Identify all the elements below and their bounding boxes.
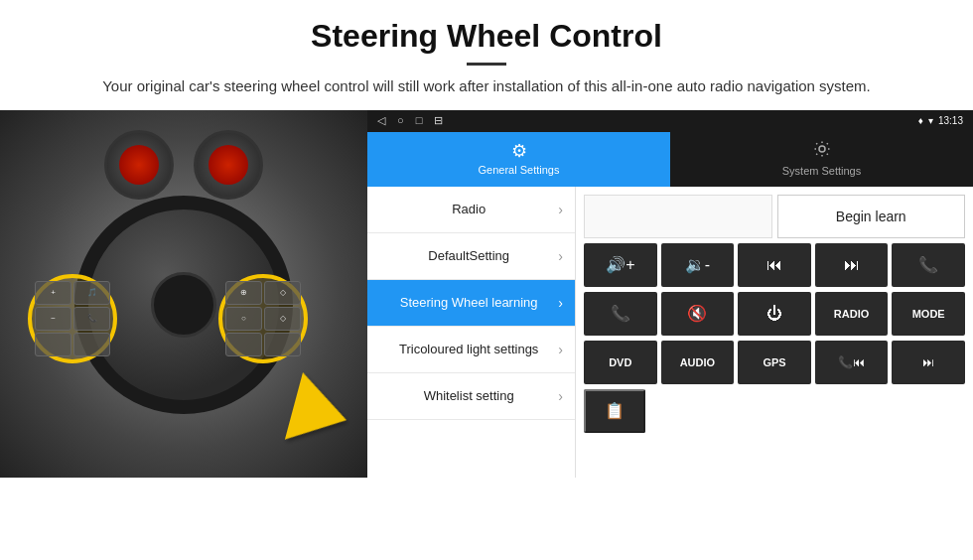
content-area: Radio › DefaultSetting › Steering Wheel … bbox=[367, 187, 973, 478]
radio-label: RADIO bbox=[834, 308, 869, 320]
phone-icon: 📞 bbox=[918, 255, 938, 274]
arrow-indicator bbox=[293, 378, 348, 448]
system-settings-icon bbox=[813, 140, 831, 163]
chevron-icon: › bbox=[558, 342, 563, 357]
power-button[interactable]: ⏻ bbox=[738, 292, 811, 336]
volume-down-icon: 🔉- bbox=[685, 255, 710, 274]
skip-next-icon: ⏭ bbox=[922, 355, 934, 369]
nav-back-icon[interactable]: ◁ bbox=[377, 114, 385, 127]
button-cluster-left: + 🎵 − 📞 bbox=[35, 281, 110, 356]
nav-square-icon[interactable]: □ bbox=[416, 114, 423, 127]
tab-general-label: General Settings bbox=[479, 164, 560, 176]
button-cluster-right: ⊕ ◇ ○ ◇ bbox=[225, 281, 301, 356]
location-icon: ♦ bbox=[918, 115, 923, 126]
mode-label: MODE bbox=[912, 308, 945, 320]
chevron-icon: › bbox=[558, 295, 563, 311]
phone-prev-icon: 📞⏮ bbox=[838, 355, 865, 369]
begin-learn-button[interactable]: Begin learn bbox=[777, 195, 966, 238]
menu-radio-label: Radio bbox=[379, 202, 558, 216]
nav-menu-icon[interactable]: ⊟ bbox=[434, 114, 443, 127]
page-description: Your original car's steering wheel contr… bbox=[60, 75, 913, 98]
main-content: + 🎵 − 📞 ⊕ ◇ ○ ◇ bbox=[0, 110, 973, 478]
chevron-icon: › bbox=[558, 202, 563, 217]
gauge-left bbox=[104, 130, 174, 200]
volume-down-button[interactable]: 🔉- bbox=[661, 243, 735, 287]
next-track-button[interactable]: ⏭ bbox=[815, 243, 889, 287]
radio-button[interactable]: RADIO bbox=[815, 292, 889, 336]
skip-next-button[interactable]: ⏭ bbox=[892, 341, 965, 384]
general-settings-icon: ⚙ bbox=[511, 140, 527, 162]
top-row: Begin learn bbox=[584, 195, 965, 238]
phone-prev-button[interactable]: 📞⏮ bbox=[815, 341, 889, 384]
function-row-3: DVD AUDIO GPS 📞⏮ ⏭ bbox=[584, 341, 965, 384]
list-icon: 📋 bbox=[605, 401, 625, 420]
status-bar: ◁ ○ □ ⊟ ♦ ▾ 13:13 bbox=[367, 110, 973, 132]
last-row: 📋 bbox=[584, 389, 965, 433]
menu-item-steering[interactable]: Steering Wheel learning › bbox=[367, 280, 575, 327]
gps-label: GPS bbox=[763, 356, 785, 368]
menu-tricoloured-label: Tricoloured light settings bbox=[379, 342, 558, 356]
car-background: + 🎵 − 📞 ⊕ ◇ ○ ◇ bbox=[0, 110, 367, 478]
menu-item-tricoloured[interactable]: Tricoloured light settings › bbox=[367, 327, 575, 373]
clock: 13:13 bbox=[938, 115, 963, 126]
menu-item-default[interactable]: DefaultSetting › bbox=[367, 233, 575, 280]
prev-track-button[interactable]: ⏮ bbox=[738, 243, 811, 287]
dvd-label: DVD bbox=[609, 356, 631, 368]
tab-bar: ⚙ General Settings System Settings bbox=[367, 132, 973, 187]
nav-home-icon[interactable]: ○ bbox=[397, 114, 404, 127]
tab-system-label: System Settings bbox=[782, 165, 861, 177]
wifi-icon: ▾ bbox=[928, 115, 933, 126]
button-grid-area: Begin learn 🔊+ 🔉- ⏮ ⏭ bbox=[576, 187, 973, 478]
tab-system[interactable]: System Settings bbox=[670, 132, 973, 187]
menu-steering-label: Steering Wheel learning bbox=[379, 295, 558, 310]
chevron-icon: › bbox=[558, 248, 563, 264]
android-panel: ◁ ○ □ ⊟ ♦ ▾ 13:13 ⚙ General Settings bbox=[367, 110, 973, 478]
function-row-2: 📞 🔇 ⏻ RADIO MODE bbox=[584, 292, 965, 336]
menu-item-whitelist[interactable]: Whitelist setting › bbox=[367, 373, 575, 420]
gauge-right bbox=[194, 130, 263, 200]
menu-list: Radio › DefaultSetting › Steering Wheel … bbox=[367, 187, 576, 478]
dvd-button[interactable]: DVD bbox=[584, 341, 657, 384]
menu-default-label: DefaultSetting bbox=[379, 248, 558, 263]
mute-icon: 🔇 bbox=[687, 304, 707, 323]
chevron-icon: › bbox=[558, 388, 563, 404]
volume-up-icon: 🔊+ bbox=[606, 255, 634, 274]
answer-call-button[interactable]: 📞 bbox=[584, 292, 657, 336]
prev-icon: ⏮ bbox=[766, 256, 782, 274]
list-button[interactable]: 📋 bbox=[584, 389, 645, 433]
function-row-1: 🔊+ 🔉- ⏮ ⏭ 📞 bbox=[584, 243, 965, 287]
mute-button[interactable]: 🔇 bbox=[661, 292, 735, 336]
power-icon: ⏻ bbox=[766, 305, 782, 323]
gps-button[interactable]: GPS bbox=[738, 341, 811, 384]
menu-whitelist-label: Whitelist setting bbox=[379, 388, 558, 403]
page-title: Steering Wheel Control bbox=[60, 18, 913, 55]
call-button[interactable]: 📞 bbox=[892, 243, 965, 287]
car-image-area: + 🎵 − 📞 ⊕ ◇ ○ ◇ bbox=[0, 110, 367, 478]
status-nav: ◁ ○ □ ⊟ bbox=[377, 114, 443, 127]
audio-label: AUDIO bbox=[680, 356, 715, 368]
menu-item-radio[interactable]: Radio › bbox=[367, 187, 575, 233]
svg-point-0 bbox=[819, 146, 825, 152]
next-icon: ⏭ bbox=[844, 256, 860, 274]
tab-general[interactable]: ⚙ General Settings bbox=[367, 132, 670, 187]
volume-up-button[interactable]: 🔊+ bbox=[584, 243, 657, 287]
status-info: ♦ ▾ 13:13 bbox=[918, 115, 963, 126]
audio-button[interactable]: AUDIO bbox=[661, 341, 735, 384]
title-divider bbox=[467, 63, 506, 66]
empty-box bbox=[584, 195, 772, 238]
mode-button[interactable]: MODE bbox=[892, 292, 965, 336]
page-header: Steering Wheel Control Your original car… bbox=[0, 0, 973, 110]
answer-icon: 📞 bbox=[611, 304, 630, 323]
